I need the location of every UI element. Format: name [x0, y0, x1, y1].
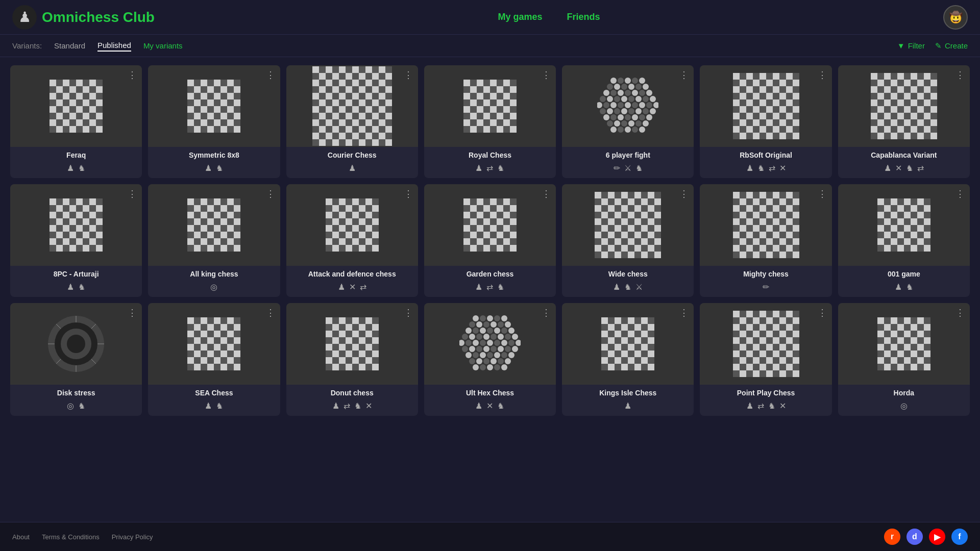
- tab-standard[interactable]: Standard: [54, 40, 85, 51]
- user-avatar[interactable]: 🤠: [943, 5, 968, 30]
- card-disk-stress[interactable]: ⋮ Disk stress◎♞: [10, 303, 142, 416]
- card-menu-icon[interactable]: ⋮: [404, 307, 413, 318]
- piece-icon: ⇄: [344, 401, 350, 411]
- card-menu-icon[interactable]: ⋮: [542, 307, 551, 318]
- card-menu-icon[interactable]: ⋮: [266, 69, 275, 81]
- card-board-image: [10, 184, 142, 266]
- card-rbsoft-original[interactable]: ⋮RbSoft Original♟♞⇄✕: [700, 65, 831, 178]
- card-menu-icon[interactable]: ⋮: [818, 69, 827, 81]
- card-6player-fight[interactable]: ⋮ 6 player fight✏⚔♞: [562, 65, 694, 178]
- svg-point-25: [650, 96, 656, 102]
- card-menu-icon[interactable]: ⋮: [128, 69, 137, 81]
- svg-point-119: [487, 352, 493, 358]
- reddit-icon[interactable]: r: [884, 529, 900, 545]
- card-symmetric8x8[interactable]: ⋮Symmetric 8x8♟♞: [148, 65, 280, 178]
- piece-icon: ✕: [779, 163, 786, 173]
- card-point-play-chess[interactable]: ⋮Point Play Chess♟⇄♞✕: [700, 303, 831, 416]
- card-menu-icon[interactable]: ⋮: [128, 307, 137, 318]
- svg-point-89: [501, 328, 507, 334]
- svg-point-60: [639, 127, 645, 133]
- svg-point-109: [469, 346, 475, 352]
- card-menu-icon[interactable]: ⋮: [266, 188, 275, 199]
- svg-point-73: [473, 315, 479, 321]
- tab-my-variants[interactable]: My variants: [143, 40, 183, 51]
- card-menu-icon[interactable]: ⋮: [266, 307, 275, 318]
- svg-point-17: [646, 90, 652, 96]
- logo[interactable]: ♟ Omnichess Club: [12, 5, 155, 30]
- svg-point-54: [635, 120, 642, 127]
- piece-icon: ✕: [349, 282, 356, 292]
- card-menu-icon[interactable]: ⋮: [955, 188, 965, 199]
- card-menu-icon[interactable]: ⋮: [128, 188, 137, 199]
- svg-point-126: [491, 358, 497, 364]
- svg-point-44: [610, 114, 617, 120]
- svg-point-99: [459, 340, 464, 346]
- discord-icon[interactable]: d: [906, 529, 923, 545]
- card-board-image: [424, 184, 556, 266]
- card-piece-icons: ◎: [148, 280, 280, 297]
- svg-point-82: [498, 321, 504, 328]
- card-menu-icon[interactable]: ⋮: [955, 69, 965, 81]
- card-board-image: [286, 65, 418, 147]
- svg-point-57: [618, 127, 624, 133]
- nav-friends[interactable]: Friends: [567, 12, 600, 22]
- footer-terms[interactable]: Terms & Conditions: [42, 533, 100, 541]
- card-attack-defence[interactable]: ⋮Attack and defence chess♟✕⇄: [286, 184, 418, 297]
- card-title: RbSoft Original: [700, 147, 831, 161]
- card-8pc-arturaji[interactable]: ⋮8PC - Arturaji♟♞: [10, 184, 142, 297]
- card-capablanca-variant[interactable]: ⋮Capablanca Variant♟✕♞⇄: [838, 65, 970, 178]
- card-menu-icon[interactable]: ⋮: [404, 69, 413, 81]
- create-button[interactable]: ✎ Create: [935, 41, 968, 51]
- card-royal-chess[interactable]: ⋮Royal Chess♟⇄♞: [424, 65, 556, 178]
- piece-icon: ♟: [349, 163, 356, 173]
- filter-label: Filter: [908, 41, 925, 50]
- card-sea-chess[interactable]: ⋮SEA Chess♟♞: [148, 303, 280, 416]
- card-ult-hex-chess[interactable]: ⋮ Ult Hex Chess♟✕♞: [424, 303, 556, 416]
- svg-point-58: [625, 127, 631, 133]
- svg-point-112: [491, 346, 497, 352]
- card-kings-isle-chess[interactable]: ⋮Kings Isle Chess♟: [562, 303, 694, 416]
- card-001-game[interactable]: ⋮001 game♟♞: [838, 184, 970, 297]
- card-donut-chess[interactable]: ⋮Donut chess♟⇄♞✕: [286, 303, 418, 416]
- card-menu-icon[interactable]: ⋮: [542, 69, 551, 81]
- card-garden-chess[interactable]: ⋮Garden chess♟⇄♞: [424, 184, 556, 297]
- card-menu-icon[interactable]: ⋮: [955, 307, 965, 318]
- svg-point-124: [476, 358, 482, 364]
- filter-button[interactable]: ▼ Filter: [897, 41, 925, 50]
- card-menu-icon[interactable]: ⋮: [404, 188, 413, 199]
- youtube-icon[interactable]: ▶: [929, 529, 945, 545]
- card-menu-icon[interactable]: ⋮: [818, 307, 827, 318]
- tab-published[interactable]: Published: [97, 40, 131, 52]
- card-feraq[interactable]: ⋮Feraq♟♞: [10, 65, 142, 178]
- nav-my-games[interactable]: My games: [498, 12, 542, 22]
- svg-point-7: [621, 84, 627, 90]
- card-title: Courier Chess: [286, 147, 418, 161]
- card-menu-icon[interactable]: ⋮: [679, 69, 689, 81]
- svg-point-96: [498, 334, 504, 340]
- svg-point-55: [643, 120, 649, 127]
- card-wide-chess[interactable]: ⋮Wide chess♟♞⚔: [562, 184, 694, 297]
- footer-privacy[interactable]: Privacy Policy: [112, 533, 153, 541]
- piece-icon: ✏: [614, 163, 620, 173]
- facebook-icon[interactable]: f: [951, 529, 968, 545]
- card-title: Royal Chess: [424, 147, 556, 161]
- card-menu-icon[interactable]: ⋮: [818, 188, 827, 199]
- card-menu-icon[interactable]: ⋮: [679, 188, 689, 199]
- footer-about[interactable]: About: [12, 533, 30, 541]
- card-all-king-chess[interactable]: ⋮All king chess◎: [148, 184, 280, 297]
- svg-point-13: [618, 90, 624, 96]
- piece-icon: ♟: [67, 163, 74, 173]
- card-menu-icon[interactable]: ⋮: [679, 307, 689, 318]
- svg-point-3: [632, 78, 638, 84]
- card-horda[interactable]: ⋮Horda◎: [838, 303, 970, 416]
- card-mighty-chess[interactable]: ⋮Mighty chess✏: [700, 184, 831, 297]
- card-piece-icons: ✏: [700, 280, 831, 297]
- piece-icon: ✏: [763, 282, 769, 292]
- svg-point-120: [494, 352, 500, 358]
- piece-icon: ♞: [497, 163, 504, 173]
- card-menu-icon[interactable]: ⋮: [542, 188, 551, 199]
- card-courier-chess[interactable]: ⋮Courier Chess♟: [286, 65, 418, 178]
- card-title: Capablanca Variant: [838, 147, 970, 161]
- svg-point-47: [632, 114, 638, 120]
- piece-icon: ♟: [613, 282, 620, 292]
